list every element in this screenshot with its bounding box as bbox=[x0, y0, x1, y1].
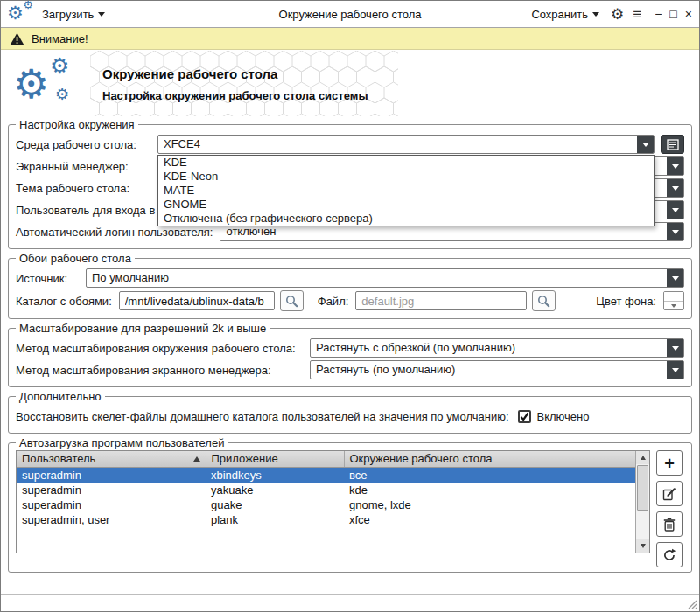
save-button-label: Сохранить bbox=[531, 8, 588, 21]
refresh-button[interactable] bbox=[656, 542, 682, 567]
browse-directory-button[interactable] bbox=[280, 290, 304, 311]
scrollbar-track[interactable] bbox=[636, 511, 649, 539]
dropdown-option[interactable]: KDE-Neon bbox=[158, 170, 654, 184]
scaling-desktop-value: Растянуть с обрезкой (по умолчанию) bbox=[311, 339, 667, 357]
edit-row-button[interactable] bbox=[656, 481, 682, 506]
cell-app: guake bbox=[206, 497, 344, 512]
scaling-dm-label: Метод масштабирования экранного менеджер… bbox=[16, 364, 303, 377]
scrollbar-thumb[interactable] bbox=[637, 465, 648, 511]
edit-icon bbox=[662, 487, 676, 501]
titlebar: ⚙ ⚙ Загрузить Окружение рабочего стола С… bbox=[1, 1, 699, 27]
page-title: Окружение рабочего стола bbox=[102, 66, 368, 81]
desktop-env-value: XFCE4 bbox=[158, 136, 637, 153]
chevron-up-icon bbox=[640, 456, 646, 460]
combo-dropdown-button[interactable] bbox=[667, 361, 683, 379]
cell-app: xbindkeys bbox=[206, 467, 344, 483]
chevron-down-icon bbox=[672, 186, 679, 191]
close-button[interactable]: × bbox=[685, 8, 692, 20]
autostart-table-frame: Пользователь Приложение Окружение рабоче… bbox=[16, 450, 650, 553]
autostart-group: Автозагрузка программ пользователей Поль… bbox=[8, 436, 692, 573]
load-button[interactable]: Загрузить bbox=[38, 6, 108, 23]
combo-dropdown-button[interactable] bbox=[667, 339, 683, 357]
plus-icon: + bbox=[664, 455, 675, 472]
chevron-down-icon bbox=[672, 230, 679, 234]
desktop-theme-label: Тема рабочего стола: bbox=[16, 182, 150, 195]
dropdown-option[interactable]: MATE bbox=[158, 184, 654, 198]
wallpaper-directory-input[interactable] bbox=[119, 291, 275, 310]
display-manager-label: Экранный менеджер: bbox=[16, 160, 150, 173]
table-row[interactable]: superadmin xbindkeys все bbox=[17, 467, 635, 483]
maximize-button[interactable]: □ bbox=[669, 8, 676, 20]
cell-env: kde bbox=[344, 483, 635, 497]
chevron-down-icon bbox=[98, 12, 105, 17]
chevron-down-icon bbox=[664, 302, 683, 309]
column-header-env[interactable]: Окружение рабочего стола bbox=[344, 451, 635, 467]
combo-dropdown-button[interactable] bbox=[667, 157, 683, 175]
delete-row-button[interactable] bbox=[656, 511, 682, 537]
resize-grip[interactable] bbox=[687, 599, 697, 609]
wallpaper-group: Обои рабочего стола Источник: По умолчан… bbox=[8, 252, 692, 319]
cell-user: superadmin bbox=[17, 483, 206, 497]
bg-color-label: Цвет фона: bbox=[596, 295, 656, 308]
wallpaper-file-label: Файл: bbox=[318, 295, 349, 308]
scaling-desktop-label: Метод масштабирования окружения рабочего… bbox=[16, 342, 303, 355]
table-row[interactable]: superadmin guake gnome, lxde bbox=[17, 497, 635, 512]
chevron-down-icon bbox=[672, 276, 679, 281]
column-header-app[interactable]: Приложение bbox=[206, 451, 344, 467]
scroll-up-button[interactable] bbox=[636, 451, 649, 464]
menu-button[interactable]: ≡ bbox=[632, 8, 642, 21]
combo-dropdown-button[interactable] bbox=[667, 179, 683, 197]
titlebar-right: Сохранить ⚙ ≡ − □ × bbox=[421, 6, 692, 23]
warning-icon bbox=[10, 32, 24, 45]
extra-legend: Дополнительно bbox=[16, 390, 105, 403]
minimize-button[interactable]: − bbox=[654, 8, 662, 20]
form-row: Среда рабочего стола: XFCE4 KDE KDE-Neon… bbox=[16, 135, 684, 154]
wallpaper-directory-label: Каталог с обоями: bbox=[16, 295, 112, 308]
form-row: Метод масштабирования экранного менеджер… bbox=[16, 360, 684, 379]
scroll-down-button[interactable] bbox=[636, 539, 649, 553]
cell-app: plank bbox=[206, 512, 344, 527]
table-row[interactable]: superadmin yakuake kde bbox=[17, 483, 635, 497]
app-logo-icon: ⚙ ⚙ bbox=[8, 3, 32, 25]
scaling-dm-value: Растянуть (по умолчанию) bbox=[311, 361, 667, 379]
dropdown-option[interactable]: GNOME bbox=[158, 198, 654, 212]
autostart-legend: Автозагрузка программ пользователей bbox=[16, 436, 228, 449]
browse-file-button[interactable] bbox=[532, 290, 556, 311]
column-header-label: Приложение bbox=[212, 452, 278, 465]
save-button[interactable]: Сохранить bbox=[528, 6, 603, 23]
check-icon bbox=[520, 412, 529, 421]
skel-restore-checkbox[interactable] bbox=[518, 410, 531, 423]
desktop-env-combobox[interactable]: XFCE4 bbox=[158, 135, 654, 154]
desktop-env-dropdown-list: KDE KDE-Neon MATE GNOME Отключена (без г… bbox=[158, 155, 654, 226]
list-icon bbox=[667, 139, 679, 150]
gear-icon: ⚙ bbox=[55, 87, 69, 102]
chevron-down-icon bbox=[672, 346, 679, 351]
env-settings-group: Настройка окружения Среда рабочего стола… bbox=[8, 118, 692, 249]
dropdown-option[interactable]: Отключена (без графического сервера) bbox=[158, 212, 654, 226]
table-scrollbar[interactable] bbox=[635, 451, 649, 553]
settings-gear-button[interactable]: ⚙ bbox=[610, 8, 625, 21]
cell-user: superadmin bbox=[17, 467, 206, 483]
login-user-label: Пользователь для входа в с bbox=[16, 204, 164, 217]
table-row[interactable]: superadmin, user plank xfce bbox=[17, 512, 635, 527]
env-details-button[interactable] bbox=[661, 135, 684, 154]
combo-dropdown-button[interactable] bbox=[667, 223, 683, 240]
form-row: Метод масштабирования окружения рабочего… bbox=[16, 338, 684, 358]
wallpaper-source-combobox[interactable]: По умолчанию bbox=[86, 268, 684, 288]
wallpaper-source-value: По умолчанию bbox=[87, 269, 667, 287]
combo-dropdown-button[interactable] bbox=[667, 201, 683, 219]
scaling-dm-combobox[interactable]: Растянуть (по умолчанию) bbox=[310, 360, 684, 379]
dropdown-option[interactable]: KDE bbox=[158, 156, 654, 170]
warning-banner: Внимание! bbox=[1, 27, 699, 50]
bg-color-picker-button[interactable] bbox=[663, 291, 684, 310]
form-row: Каталог с обоями: Файл: Цвет фона: bbox=[16, 290, 684, 311]
wallpaper-file-input[interactable] bbox=[355, 291, 527, 310]
gear-icon: ⚙ bbox=[7, 3, 24, 22]
column-header-user[interactable]: Пользователь bbox=[17, 451, 206, 467]
cell-user: superadmin, user bbox=[17, 512, 206, 527]
combo-dropdown-button[interactable] bbox=[667, 269, 683, 287]
add-row-button[interactable]: + bbox=[656, 450, 682, 476]
combo-dropdown-button[interactable] bbox=[637, 136, 654, 153]
wallpaper-legend: Обои рабочего стола bbox=[16, 252, 135, 265]
scaling-desktop-combobox[interactable]: Растянуть с обрезкой (по умолчанию) bbox=[310, 338, 684, 358]
